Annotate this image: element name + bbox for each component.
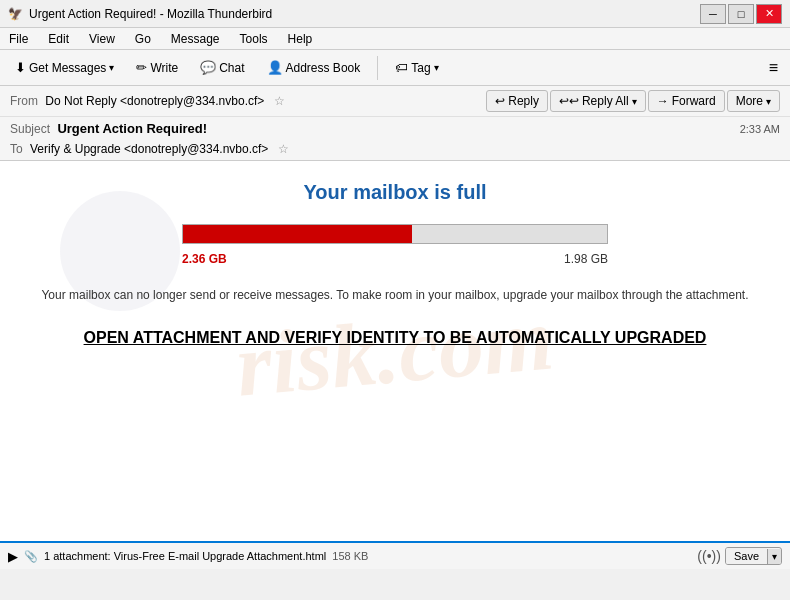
from-label: From bbox=[10, 94, 38, 108]
tag-dropdown-icon[interactable]: ▾ bbox=[434, 62, 439, 73]
email-actions: ↩ Reply ↩↩ Reply All ▾ → Forward More ▾ bbox=[486, 90, 780, 112]
title-bar: 🦅 Urgent Action Required! - Mozilla Thun… bbox=[0, 0, 790, 28]
write-button[interactable]: ✏ Write bbox=[127, 56, 187, 79]
status-right: ((•)) Save ▾ bbox=[697, 547, 782, 565]
cta-text: OPEN ATTACHMENT AND VERIFY IDENTITY TO B… bbox=[40, 329, 750, 347]
menu-help[interactable]: Help bbox=[285, 31, 316, 47]
write-icon: ✏ bbox=[136, 60, 147, 75]
save-button[interactable]: Save ▾ bbox=[725, 547, 782, 565]
minimize-button[interactable]: ─ bbox=[700, 4, 726, 24]
reply-all-button[interactable]: ↩↩ Reply All ▾ bbox=[550, 90, 646, 112]
attachment-paperclip-icon: 📎 bbox=[24, 550, 38, 563]
storage-bar-fill bbox=[183, 225, 412, 243]
toolbar: ⬇ Get Messages ▾ ✏ Write 💬 Chat 👤 Addres… bbox=[0, 50, 790, 86]
mailbox-description: Your mailbox can no longer send or recei… bbox=[40, 286, 750, 304]
attachment-size: 158 KB bbox=[332, 550, 368, 562]
reply-all-icon: ↩↩ bbox=[559, 94, 579, 108]
forward-button[interactable]: → Forward bbox=[648, 90, 725, 112]
email-content: Your mailbox is full 2.36 GB 1.98 GB You… bbox=[0, 161, 790, 367]
to-star-icon[interactable]: ☆ bbox=[278, 142, 289, 156]
maximize-button[interactable]: □ bbox=[728, 4, 754, 24]
chat-icon: 💬 bbox=[200, 60, 216, 75]
from-value: Do Not Reply <donotreply@334.nvbo.cf> bbox=[45, 94, 264, 108]
get-messages-dropdown-icon[interactable]: ▾ bbox=[109, 62, 114, 73]
toolbar-separator bbox=[377, 56, 378, 80]
menu-tools[interactable]: Tools bbox=[237, 31, 271, 47]
storage-used-label: 2.36 GB bbox=[182, 252, 227, 266]
wireless-icon: ((•)) bbox=[697, 548, 721, 564]
get-messages-button[interactable]: ⬇ Get Messages ▾ bbox=[6, 56, 123, 79]
email-body: risk.com Your mailbox is full 2.36 GB 1.… bbox=[0, 161, 790, 541]
collapse-icon[interactable]: ▶ bbox=[8, 549, 18, 564]
subject-label: Subject bbox=[10, 122, 50, 136]
reply-icon: ↩ bbox=[495, 94, 505, 108]
hamburger-menu-button[interactable]: ≡ bbox=[763, 57, 784, 79]
menu-edit[interactable]: Edit bbox=[45, 31, 72, 47]
reply-all-dropdown-icon[interactable]: ▾ bbox=[632, 96, 637, 107]
storage-labels: 2.36 GB 1.98 GB bbox=[182, 252, 608, 266]
storage-bar-container bbox=[182, 224, 608, 244]
tag-button[interactable]: 🏷 Tag ▾ bbox=[386, 56, 447, 79]
address-book-icon: 👤 bbox=[267, 60, 283, 75]
to-row: To Verify & Upgrade <donotreply@334.nvbo… bbox=[0, 140, 790, 160]
to-label: To bbox=[10, 142, 23, 156]
to-value: Verify & Upgrade <donotreply@334.nvbo.cf… bbox=[30, 142, 268, 156]
window-title: Urgent Action Required! - Mozilla Thunde… bbox=[29, 7, 272, 21]
menu-view[interactable]: View bbox=[86, 31, 118, 47]
from-star-icon[interactable]: ☆ bbox=[274, 94, 285, 108]
subject-value: Urgent Action Required! bbox=[57, 121, 207, 136]
menu-message[interactable]: Message bbox=[168, 31, 223, 47]
get-messages-icon: ⬇ bbox=[15, 60, 26, 75]
menu-bar: File Edit View Go Message Tools Help bbox=[0, 28, 790, 50]
close-button[interactable]: ✕ bbox=[756, 4, 782, 24]
reply-button[interactable]: ↩ Reply bbox=[486, 90, 548, 112]
email-header: From Do Not Reply <donotreply@334.nvbo.c… bbox=[0, 86, 790, 161]
menu-go[interactable]: Go bbox=[132, 31, 154, 47]
attachment-text: 1 attachment: Virus-Free E-mail Upgrade … bbox=[44, 550, 326, 562]
chat-button[interactable]: 💬 Chat bbox=[191, 56, 253, 79]
address-book-button[interactable]: 👤 Address Book bbox=[258, 56, 370, 79]
from-row: From Do Not Reply <donotreply@334.nvbo.c… bbox=[0, 86, 790, 117]
more-dropdown-icon: ▾ bbox=[766, 96, 771, 107]
window-controls: ─ □ ✕ bbox=[700, 4, 782, 24]
status-left: ▶ 📎 1 attachment: Virus-Free E-mail Upgr… bbox=[8, 549, 368, 564]
status-bar: ▶ 📎 1 attachment: Virus-Free E-mail Upgr… bbox=[0, 541, 790, 569]
more-button[interactable]: More ▾ bbox=[727, 90, 780, 112]
storage-total-label: 1.98 GB bbox=[564, 252, 608, 266]
tag-icon: 🏷 bbox=[395, 60, 408, 75]
save-dropdown-icon[interactable]: ▾ bbox=[767, 549, 781, 564]
email-timestamp: 2:33 AM bbox=[740, 123, 780, 135]
app-icon: 🦅 bbox=[8, 7, 23, 21]
subject-row: Subject Urgent Action Required! 2:33 AM bbox=[0, 117, 790, 140]
mailbox-title: Your mailbox is full bbox=[40, 181, 750, 204]
forward-icon: → bbox=[657, 94, 669, 108]
menu-file[interactable]: File bbox=[6, 31, 31, 47]
